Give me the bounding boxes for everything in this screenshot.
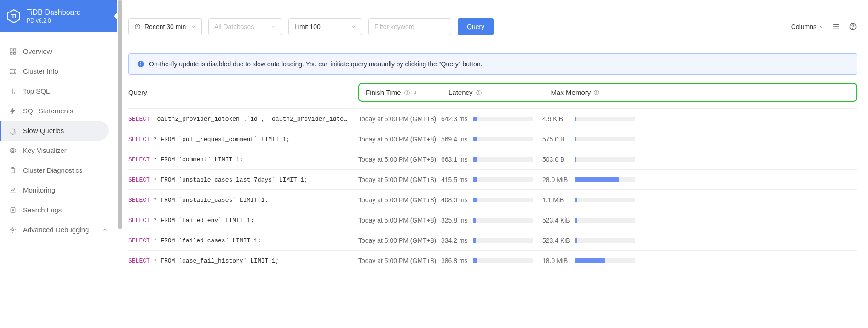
latency-bar xyxy=(473,198,533,202)
memory-bar xyxy=(575,218,635,223)
col-header-max-memory[interactable]: Max Memory xyxy=(551,88,602,96)
svg-text:Ti: Ti xyxy=(11,13,16,20)
nav-label: Cluster Diagnostics xyxy=(23,166,82,174)
filter-keyword-input[interactable] xyxy=(368,18,451,35)
svg-rect-2 xyxy=(10,49,12,51)
columns-label: Columns xyxy=(791,23,816,30)
sidebar-collapse-icon[interactable] xyxy=(114,12,117,20)
sidebar-item-search-logs[interactable]: Search Logs xyxy=(0,200,117,220)
results-table: Query Finish Time Latency Max Memory xyxy=(128,76,857,270)
memory-value: 503.0 B xyxy=(542,156,575,163)
sql-text: SELECT `oauth2_provider_idtoken`.`id`, `… xyxy=(128,116,347,123)
svg-rect-3 xyxy=(13,49,16,51)
sidebar-item-sql-statements[interactable]: SQL Statements xyxy=(0,101,117,121)
sql-text: SELECT * FROM `case_fail_history` LIMIT … xyxy=(128,258,279,264)
sidebar-item-monitoring[interactable]: Monitoring xyxy=(0,180,117,200)
col-header-query[interactable]: Query xyxy=(128,88,358,96)
table-row[interactable]: SELECT * FROM `case_fail_history` LIMIT … xyxy=(128,250,857,270)
limit-label: Limit 100 xyxy=(294,23,321,30)
query-button[interactable]: Query xyxy=(458,18,494,35)
database-select[interactable]: All Databases xyxy=(208,18,282,35)
table-row[interactable]: SELECT * FROM `pull_request_comment` LIM… xyxy=(128,129,857,149)
latency-value: 408.0 ms xyxy=(441,196,473,204)
chart-icon xyxy=(9,187,17,194)
memory-value: 523.4 KiB xyxy=(542,217,575,224)
nav-label: Cluster Info xyxy=(23,67,58,75)
time-range-select[interactable]: Recent 30 min xyxy=(128,18,202,35)
svg-point-31 xyxy=(407,91,407,91)
sidebar-item-slow-queries[interactable]: Slow Queries xyxy=(0,121,109,141)
alert-text: On-the-fly update is disabled due to slo… xyxy=(149,60,482,68)
memory-value: 575.0 B xyxy=(542,135,575,143)
doc-icon xyxy=(9,206,17,214)
chevron-down-icon xyxy=(270,24,276,29)
svg-rect-5 xyxy=(13,52,16,54)
memory-value: 1.1 MiB xyxy=(542,196,575,204)
nav-label: Search Logs xyxy=(23,206,62,214)
memory-value: 18.9 MiB xyxy=(542,257,575,264)
col-header-latency[interactable]: Latency xyxy=(448,88,482,96)
latency-value: 642.3 ms xyxy=(441,115,473,123)
latency-bar xyxy=(473,258,533,263)
latency-value: 415.5 ms xyxy=(441,176,473,183)
nav-label: Advanced Debugging xyxy=(23,226,89,234)
svg-point-9 xyxy=(14,72,16,74)
col-header-finish-time[interactable]: Finish Time xyxy=(366,88,448,96)
svg-point-28 xyxy=(140,62,141,63)
toolbar: Recent 30 min All Databases Limit 100 Qu… xyxy=(128,18,857,35)
latency-value: 386.8 ms xyxy=(441,257,473,264)
memory-bar xyxy=(575,117,635,121)
sql-text: SELECT * FROM `unstable_cases` LIMIT 1; xyxy=(128,197,268,204)
svg-point-25 xyxy=(853,28,853,29)
table-row[interactable]: SELECT `oauth2_provider_idtoken`.`id`, `… xyxy=(128,108,857,129)
sql-text: SELECT * FROM `comment` LIMIT 1; xyxy=(128,156,243,163)
main-content: Recent 30 min All Databases Limit 100 Qu… xyxy=(117,0,868,328)
finish-time: Today at 5:00 PM (GMT+8) xyxy=(358,176,441,183)
memory-bar xyxy=(575,198,635,202)
help-icon[interactable] xyxy=(849,23,857,31)
svg-rect-4 xyxy=(10,52,12,54)
grid-icon xyxy=(9,48,17,55)
finish-time: Today at 5:00 PM (GMT+8) xyxy=(358,196,441,204)
sidebar-item-cluster-diagnostics[interactable]: Cluster Diagnostics xyxy=(0,160,117,180)
table-row[interactable]: SELECT * FROM `unstable_cases` LIMIT 1;T… xyxy=(128,189,857,210)
eye-icon xyxy=(9,147,17,154)
clock-icon xyxy=(134,23,141,30)
chevron-down-icon xyxy=(190,24,196,29)
chevron-up-icon xyxy=(102,227,108,233)
columns-dropdown[interactable]: Columns xyxy=(791,23,824,30)
table-row[interactable]: SELECT * FROM `comment` LIMIT 1;Today at… xyxy=(128,149,857,169)
info-circle-icon xyxy=(404,89,410,96)
latency-value: 325.8 ms xyxy=(441,217,473,224)
info-icon xyxy=(137,60,144,68)
sql-text: SELECT * FROM `failed_cases` LIMIT 1; xyxy=(128,237,261,244)
sidebar-item-cluster-info[interactable]: Cluster Info xyxy=(0,61,117,81)
table-row[interactable]: SELECT * FROM `failed_cases` LIMIT 1;Tod… xyxy=(128,230,857,250)
svg-point-13 xyxy=(12,150,14,152)
sidebar-header: Ti TiDB Dashboard PD v6.2.0 xyxy=(0,0,117,32)
finish-time: Today at 5:00 PM (GMT+8) xyxy=(358,135,441,143)
table-row[interactable]: SELECT * FROM `failed_env` LIMIT 1;Today… xyxy=(128,210,857,230)
latency-bar xyxy=(473,157,533,162)
sidebar-item-advanced-debugging[interactable]: Advanced Debugging xyxy=(0,220,117,240)
nav-label: Top SQL xyxy=(23,87,50,95)
chevron-down-icon xyxy=(351,24,356,29)
finish-time: Today at 5:00 PM (GMT+8) xyxy=(358,217,441,224)
sidebar-item-top-sql[interactable]: Top SQL xyxy=(0,81,117,101)
info-circle-icon xyxy=(593,89,600,96)
nav-label: Overview xyxy=(23,47,52,55)
finish-time: Today at 5:00 PM (GMT+8) xyxy=(358,115,441,123)
info-alert: On-the-fly update is disabled due to slo… xyxy=(128,53,857,75)
app-title: TiDB Dashboard xyxy=(27,8,81,17)
limit-select[interactable]: Limit 100 xyxy=(288,18,362,35)
menu-icon[interactable] xyxy=(832,23,840,31)
table-row[interactable]: SELECT * FROM `unstable_cases_last_7days… xyxy=(128,169,857,189)
memory-bar xyxy=(575,177,635,182)
memory-value: 523.4 KiB xyxy=(542,237,575,244)
sql-text: SELECT * FROM `unstable_cases_last_7days… xyxy=(128,176,308,183)
finish-time: Today at 5:00 PM (GMT+8) xyxy=(358,257,441,264)
sidebar-item-key-visualizer[interactable]: Key Visualizer xyxy=(0,141,117,160)
table-header: Query Finish Time Latency Max Memory xyxy=(128,76,857,108)
sidebar-item-overview[interactable]: Overview xyxy=(0,41,117,61)
svg-point-7 xyxy=(14,69,16,70)
